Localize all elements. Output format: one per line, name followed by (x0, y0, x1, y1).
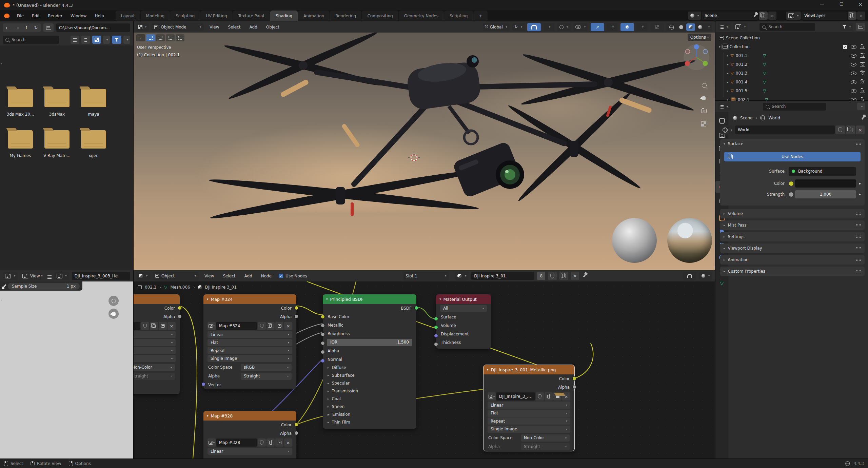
hide-viewport-icon[interactable] (851, 63, 856, 66)
filter-toggle-button[interactable] (112, 36, 121, 44)
tab-tool[interactable] (715, 115, 728, 127)
viewport-options-dropdown[interactable]: Options▾ (688, 34, 711, 41)
shading-material-button[interactable] (686, 23, 695, 31)
section-thin-film[interactable]: ▸Thin Film (323, 418, 416, 426)
ior-slider[interactable]: IOR1.500 (327, 339, 412, 346)
disable-render-icon[interactable] (860, 71, 865, 75)
copy-button[interactable] (267, 322, 275, 330)
menu-edit[interactable]: Edit (28, 12, 44, 20)
shader-menu-node[interactable]: Node (258, 272, 275, 280)
projection-dropdown[interactable]: Flat▾ (134, 339, 176, 346)
viewlayer-delete-button[interactable]: × (857, 12, 865, 20)
display-thumbnails-button[interactable] (92, 36, 101, 44)
volume-input-socket[interactable] (434, 325, 438, 329)
show-gizmo-toggle[interactable]: ↗ (591, 23, 604, 31)
viewlayer-name-field[interactable]: ViewLayer (802, 12, 847, 20)
outliner-filter-type-dropdown[interactable]: ▾ (733, 23, 748, 31)
material-copy-button[interactable] (559, 272, 568, 280)
alpha-output-socket[interactable] (294, 431, 298, 435)
unlink-button[interactable]: × (284, 322, 292, 330)
node-snap-toggle[interactable] (683, 272, 696, 280)
file-search-input[interactable]: Search (3, 36, 59, 44)
disable-render-icon[interactable] (860, 45, 865, 49)
viewport-menu-add[interactable]: Add (246, 23, 260, 32)
outliner-row-collection[interactable]: ▾ Collection ✓ (715, 42, 868, 51)
tab-scripting[interactable]: Scripting (444, 11, 473, 21)
use-nodes-checkbox[interactable]: ✓Use Nodes (279, 274, 307, 278)
add-workspace-button[interactable]: + (473, 11, 488, 21)
vector-input-socket[interactable] (201, 382, 205, 386)
xray-toggle[interactable] (650, 23, 664, 31)
pivot-point-dropdown[interactable]: ↻▾ (512, 23, 525, 31)
source-dropdown[interactable]: Single Image▾ (134, 355, 176, 362)
disable-render-icon[interactable] (860, 80, 865, 84)
viewport-menu-select[interactable]: Select (225, 23, 244, 32)
use-nodes-button[interactable]: Use Nodes (724, 152, 861, 161)
copy-button[interactable] (545, 392, 553, 401)
menu-help[interactable]: Help (91, 12, 108, 20)
ior-input-socket[interactable] (321, 341, 325, 345)
tab-object-data[interactable]: ▽ (715, 277, 728, 289)
collapse-icon[interactable]: ▾ (719, 45, 721, 48)
image-menu-view[interactable]: View▾ (20, 272, 45, 280)
material-name-field[interactable]: DJI Inspire 3_01 (471, 272, 534, 280)
projection-dropdown[interactable]: Flat▾ (488, 410, 570, 417)
world-name-field[interactable]: World (735, 125, 835, 134)
hide-viewport-icon[interactable] (851, 72, 856, 75)
projection-dropdown[interactable]: Flat▾ (208, 339, 292, 346)
maximize-button[interactable]: ▢ (840, 1, 844, 6)
alpha-mode-dropdown[interactable]: Straight▾ (521, 443, 570, 450)
viewlayer-type-dropdown[interactable]: ▾ (786, 12, 801, 20)
viewport-menu-view[interactable]: View (206, 23, 222, 32)
viewport-menu-object[interactable]: Object (263, 23, 282, 32)
tab-uv-editing[interactable]: UV Editing (200, 11, 233, 21)
normal-input-socket[interactable] (321, 359, 325, 363)
volume-panel[interactable]: ▸Volume (720, 209, 865, 218)
select-mode-extend-button[interactable] (156, 34, 165, 41)
node-principled-bsdf[interactable]: ▾Principled BSDF BSDF Base Color Metalli… (323, 294, 416, 429)
alpha-output-socket[interactable] (178, 314, 182, 318)
expand-icon[interactable]: ▸ (727, 63, 729, 66)
select-mode-subtract-button[interactable] (166, 34, 175, 41)
interpolation-dropdown[interactable]: Linear▾ (488, 402, 570, 409)
image-icon[interactable]: ▾ (208, 438, 216, 447)
node-map328[interactable]: ▾Map #328 Color Alpha ▾ Map #328 × Linea… (203, 411, 296, 459)
pack-button[interactable] (275, 438, 283, 447)
image-icon[interactable]: ▾ (208, 322, 216, 330)
shader-type-dropdown[interactable]: Object▾ (153, 272, 199, 280)
expand-icon[interactable]: ▸ (727, 89, 729, 93)
animation-panel[interactable]: ▸Animation (720, 255, 865, 265)
section-emission[interactable]: ▸Emission (323, 410, 416, 418)
world-copy-button[interactable] (846, 125, 855, 134)
transform-orientation-dropdown[interactable]: ⤱Global▾ (483, 23, 510, 31)
select-mode-new-button[interactable] (146, 34, 155, 41)
active-tool-icon[interactable]: ⁘ (136, 34, 145, 41)
interpolation-dropdown[interactable]: Linear▾ (208, 448, 292, 455)
surface-input-socket[interactable] (434, 317, 438, 321)
display-horizontal-list-button[interactable] (81, 36, 90, 44)
animate-dot[interactable] (859, 194, 861, 195)
menu-window[interactable]: Window (66, 12, 91, 20)
outliner-object-row[interactable]: ▸▽ 001.4 ▽ (715, 78, 868, 86)
base-color-input-socket[interactable] (321, 315, 325, 319)
properties-options-dropdown[interactable]: ▾ (857, 103, 865, 110)
tab-shading[interactable]: Shading (270, 11, 298, 21)
sample-size-field[interactable]: Sample Size1 px (8, 283, 80, 290)
alpha-mode-dropdown[interactable]: Straight▾ (134, 373, 175, 380)
source-dropdown[interactable]: Single Image▾ (488, 426, 570, 433)
disable-render-icon[interactable] (860, 89, 865, 93)
new-folder-button[interactable] (43, 23, 54, 32)
pack-button[interactable] (159, 322, 167, 330)
copy-button[interactable] (150, 322, 158, 330)
eyedropper-icon[interactable] (3, 284, 6, 288)
section-diffuse[interactable]: ▸Diffuse (323, 364, 416, 371)
panel-drag-grip[interactable] (856, 142, 861, 145)
menu-file[interactable]: File (13, 12, 28, 20)
shader-menu-select[interactable]: Select (220, 272, 239, 280)
outliner-object-row[interactable]: ▸▽ 001.1 ▽ (715, 51, 868, 60)
tab-modeling[interactable]: Modeling (141, 11, 170, 21)
fake-user-button[interactable] (835, 125, 845, 134)
color-swatch[interactable] (795, 179, 856, 188)
world-browse-dropdown[interactable]: ▾ (720, 125, 734, 134)
visibility-dropdown[interactable]: ▾ (573, 23, 588, 31)
